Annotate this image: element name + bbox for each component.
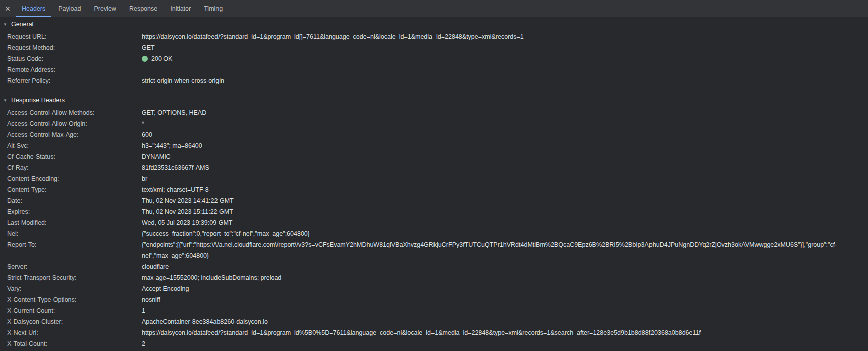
header-value: br [142, 173, 863, 184]
header-row: Nel:{"success_fraction":0,"report_to":"c… [0, 228, 868, 239]
section-header-response-headers[interactable]: ▼Response Headers [0, 93, 868, 107]
header-value: ApacheContainer-8ee384ab8260-daisycon.io [142, 316, 863, 327]
header-value: Thu, 02 Nov 2023 14:41:22 GMT [142, 195, 863, 206]
header-value: * [142, 118, 863, 129]
header-name: Nel: [7, 228, 142, 239]
tab-timing[interactable]: Timing [198, 0, 229, 17]
header-value: h3=":443"; ma=86400 [142, 140, 863, 151]
header-value: max-age=15552000; includeSubDomains; pre… [142, 272, 863, 283]
header-name: Expires: [7, 206, 142, 217]
header-name: Cf-Ray: [7, 162, 142, 173]
header-name: Date: [7, 195, 142, 206]
section-title: Response Headers [11, 97, 65, 104]
header-name: Server: [7, 261, 142, 272]
header-name: Cf-Cache-Status: [7, 151, 142, 162]
section-header-general[interactable]: ▼General [0, 17, 868, 31]
header-name: X-Next-Url: [7, 327, 142, 338]
header-row: Last-Modified:Wed, 05 Jul 2023 19:39:09 … [0, 217, 868, 228]
header-name: Report-To: [7, 239, 142, 261]
header-value: Wed, 05 Jul 2023 19:39:09 GMT [142, 217, 863, 228]
header-row: X-Total-Count:2 [0, 338, 868, 349]
header-name: Request Method: [7, 42, 142, 53]
header-row: Request Method:GET [0, 42, 868, 53]
status-ok-dot-icon [142, 56, 148, 62]
close-icon[interactable]: × [0, 0, 15, 17]
header-row: Alt-Svc:h3=":443"; ma=86400 [0, 140, 868, 151]
header-row: X-Current-Count:1 [0, 305, 868, 316]
header-row: Server:cloudflare [0, 261, 868, 272]
header-value: https://daisycon.io/datafeed/?standard_i… [142, 327, 863, 338]
status-text: 200 OK [151, 55, 172, 62]
header-row: Content-Encoding:br [0, 173, 868, 184]
header-row: Access-Control-Allow-Methods:GET, OPTION… [0, 107, 868, 118]
header-value: GET, OPTIONS, HEAD [142, 107, 863, 118]
header-row: X-Next-Url:https://daisycon.io/datafeed/… [0, 327, 868, 338]
tab-payload[interactable]: Payload [52, 0, 87, 17]
header-name: Status Code: [7, 53, 142, 64]
header-name: Referrer Policy: [7, 75, 142, 86]
header-value: 81fd23531c63667f-AMS [142, 162, 863, 173]
header-name: Vary: [7, 283, 142, 294]
tab-headers[interactable]: Headers [16, 0, 51, 17]
header-row: Content-Type:text/xml; charset=UTF-8 [0, 184, 868, 195]
header-name: Request URL: [7, 31, 142, 42]
header-name: X-Current-Count: [7, 305, 142, 316]
header-row: Cf-Ray:81fd23531c63667f-AMS [0, 162, 868, 173]
header-value: {"endpoints":[{"url":"https:\/\/a.nel.cl… [142, 239, 863, 261]
header-name: X-Content-Type-Options: [7, 294, 142, 305]
header-value: strict-origin-when-cross-origin [142, 75, 863, 86]
header-row: Expires:Thu, 02 Nov 2023 15:11:22 GMT [0, 206, 868, 217]
header-name: X-Total-Count: [7, 338, 142, 349]
header-value: text/xml; charset=UTF-8 [142, 184, 863, 195]
section-title: General [11, 21, 33, 28]
header-row: Report-To:{"endpoints":[{"url":"https:\/… [0, 239, 868, 261]
header-value: 600 [142, 129, 863, 140]
header-name: Content-Encoding: [7, 173, 142, 184]
headers-panel[interactable]: ▼GeneralRequest URL:https://daisycon.io/… [0, 17, 868, 351]
section-response-headers: ▼Response HeadersAccess-Control-Allow-Me… [0, 93, 868, 351]
section-general: ▼GeneralRequest URL:https://daisycon.io/… [0, 17, 868, 93]
header-value [142, 64, 863, 75]
tab-initiator[interactable]: Initiator [164, 0, 197, 17]
header-name: X-Daisycon-Cluster: [7, 316, 142, 327]
header-row: Access-Control-Max-Age:600 [0, 129, 868, 140]
tab-strip: HeadersPayloadPreviewResponseInitiatorTi… [15, 0, 229, 17]
header-value: 1 [142, 305, 863, 316]
header-name: Last-Modified: [7, 217, 142, 228]
tabbar: × HeadersPayloadPreviewResponseInitiator… [0, 0, 868, 17]
header-name: Alt-Svc: [7, 140, 142, 151]
disclosure-triangle-icon[interactable]: ▼ [3, 23, 7, 27]
header-value: Thu, 02 Nov 2023 15:11:22 GMT [142, 206, 863, 217]
header-row: Strict-Transport-Security:max-age=155520… [0, 272, 868, 283]
tab-response[interactable]: Response [123, 0, 163, 17]
tab-preview[interactable]: Preview [88, 0, 122, 17]
header-row: Referrer Policy:strict-origin-when-cross… [0, 75, 868, 86]
header-value: Accept-Encoding [142, 283, 863, 294]
header-row: X-Daisycon-Cluster:ApacheContainer-8ee38… [0, 316, 868, 327]
header-name: Access-Control-Allow-Origin: [7, 118, 142, 129]
header-name: Strict-Transport-Security: [7, 272, 142, 283]
header-name: Content-Type: [7, 184, 142, 195]
header-value: 2 [142, 338, 863, 349]
header-row: Request URL:https://daisycon.io/datafeed… [0, 31, 868, 42]
header-value: 200 OK [142, 53, 863, 64]
header-value: https://daisycon.io/datafeed/?standard_i… [142, 31, 863, 42]
header-row: X-Content-Type-Options:nosniff [0, 294, 868, 305]
header-name: Access-Control-Max-Age: [7, 129, 142, 140]
header-row: Date:Thu, 02 Nov 2023 14:41:22 GMT [0, 195, 868, 206]
header-row: Vary:Accept-Encoding [0, 283, 868, 294]
header-row: Remote Address: [0, 64, 868, 75]
network-request-detail-panel: × HeadersPayloadPreviewResponseInitiator… [0, 0, 868, 351]
header-row: Status Code:200 OK [0, 53, 868, 64]
header-value: GET [142, 42, 863, 53]
header-name: Access-Control-Allow-Methods: [7, 107, 142, 118]
header-value: cloudflare [142, 261, 863, 272]
header-name: Remote Address: [7, 64, 142, 75]
header-row: Access-Control-Allow-Origin:* [0, 118, 868, 129]
header-row: Cf-Cache-Status:DYNAMIC [0, 151, 868, 162]
disclosure-triangle-icon[interactable]: ▼ [3, 99, 7, 103]
header-value: nosniff [142, 294, 863, 305]
header-value: DYNAMIC [142, 151, 863, 162]
header-value: {"success_fraction":0,"report_to":"cf-ne… [142, 228, 863, 239]
